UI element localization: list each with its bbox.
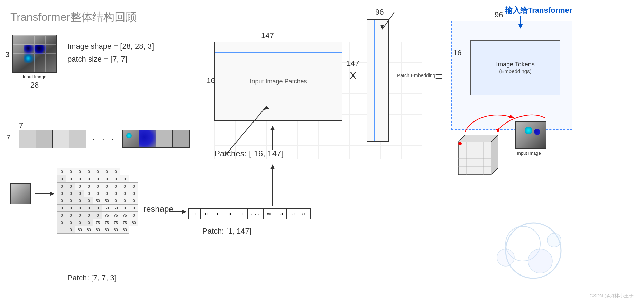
patch-grid-table: 0 0 0 0 0 0 0 0 0 0 0 0 0 0 0 0 0 0 0 0 … [57, 168, 138, 234]
flat-cell-0-1: 0 [189, 209, 201, 219]
flat-cell-80-2: 80 [275, 209, 287, 219]
reshape-arrow [169, 207, 188, 217]
svg-line-0 [382, 12, 394, 29]
image-shape-text: Image shape = [28, 28, 3] patch size = [… [67, 40, 154, 66]
output-dim-96: 96 [495, 10, 503, 19]
dim-7-top: 7 [19, 121, 23, 130]
flat-cell-80-1: 80 [263, 209, 275, 219]
patch-1-147-label: Patch: [1, 147] [202, 227, 251, 236]
matrix-label: Input Image Patches [250, 78, 307, 85]
csdn-watermark: CSDN @羽林小王子 [589, 293, 634, 299]
arrow-up-from-flat [269, 163, 279, 208]
arrow-right-to-grid [35, 189, 57, 199]
shape-line-2: patch size = [7, 7] [67, 53, 154, 65]
patch-strip-1 [19, 130, 86, 148]
image-tokens-box: Image Tokens (Embeddings) [470, 40, 560, 95]
svg-marker-3 [518, 24, 523, 29]
shape-line-1: Image shape = [28, 28, 3] [67, 40, 154, 53]
times-symbol: X [349, 69, 357, 82]
equals-symbol: = [435, 69, 442, 84]
flat-cell-0-4: 0 [224, 209, 236, 219]
reshape-label: reshape [144, 204, 174, 214]
patch-strips-container: · · · [19, 130, 190, 148]
dim-7-left: 7 [6, 133, 10, 142]
input-image-box [12, 35, 57, 73]
svg-marker-23 [182, 210, 186, 214]
image-tokens-label: Image Tokens [496, 61, 535, 68]
dim-28: 28 [12, 81, 57, 90]
image-tokens-sub: (Embeddings) [499, 68, 531, 74]
patch-773-label: Patch: [7, 7, 3] [67, 273, 117, 282]
flat-cell-80-4: 80 [298, 209, 310, 219]
matrix-dim-147-top: 147 [261, 31, 274, 40]
flat-array: 0 0 0 0 0 · · · 80 80 80 80 [188, 208, 311, 219]
matrix-dim-16: 16 [206, 76, 215, 85]
svg-point-28 [528, 249, 552, 273]
transformer-arrow [517, 16, 527, 29]
page-title: Transformer整体结构回顾 [10, 10, 137, 25]
patch-embedding-label: Patch Embedding [397, 73, 435, 78]
diagonal-arrow-to-matrix [221, 104, 277, 159]
arrow-96-diagonal [380, 10, 408, 31]
svg-marker-25 [270, 164, 275, 169]
input-image-section: 3 Input Image 28 [12, 35, 57, 90]
output-dim-16: 16 [453, 48, 461, 57]
svg-marker-21 [50, 192, 54, 196]
flat-dots: · · · [248, 210, 263, 218]
svg-point-29 [497, 249, 514, 266]
patch-dots: · · · [92, 133, 116, 144]
flat-cell-0-5: 0 [236, 209, 248, 219]
transformer-label: 输入给Transformer [505, 5, 572, 16]
patch-embedding-matrix [367, 19, 389, 142]
flat-cell-0-3: 0 [212, 209, 224, 219]
patch-small-image [10, 183, 31, 204]
flat-cell-0-2: 0 [201, 209, 212, 219]
matrix-dim-147-right: 147 [347, 59, 359, 68]
svg-line-18 [225, 107, 266, 156]
dim-3: 3 [5, 50, 9, 59]
red-arrows [444, 90, 562, 159]
input-image-label: Input Image [12, 74, 57, 79]
svg-point-30 [547, 233, 561, 247]
flat-cell-80-3: 80 [287, 209, 298, 219]
patch-strip-last [122, 130, 190, 148]
svg-marker-19 [263, 106, 269, 110]
background-decoration [471, 216, 575, 285]
